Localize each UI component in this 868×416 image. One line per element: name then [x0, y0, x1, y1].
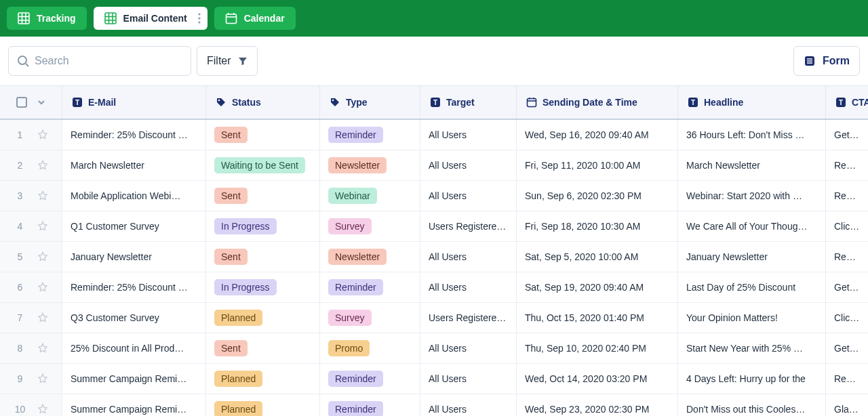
tab-tracking[interactable]: Tracking [7, 7, 87, 30]
cell-status[interactable]: In Progress [206, 211, 320, 241]
search-input[interactable] [35, 55, 182, 67]
cell-status[interactable]: Sent [206, 120, 320, 150]
table-row[interactable]: 4Q1 Customer SurveyIn ProgressSurveyUser… [0, 211, 868, 242]
cell-cta[interactable]: Click H [826, 211, 868, 241]
cell-date[interactable]: Sun, Sep 6, 2020 02:30 PM [517, 181, 678, 211]
cell-status[interactable]: Sent [206, 333, 320, 363]
cell-headline[interactable]: 4 Days Left: Hurry up for the [678, 364, 826, 394]
star-icon[interactable] [37, 129, 49, 141]
cell-date[interactable]: Fri, Sep 11, 2020 10:00 AM [517, 150, 678, 180]
search-field[interactable] [8, 46, 191, 76]
form-button[interactable]: Form [793, 46, 860, 76]
tab-menu-icon[interactable] [194, 12, 201, 24]
cell-date[interactable]: Fri, Sep 18, 2020 10:30 AM [517, 211, 678, 241]
table-row[interactable]: 7Q3 Customer SurveyPlannedSurveyUsers Re… [0, 303, 868, 333]
cell-email[interactable]: Reminder: 25% Discount … [62, 272, 206, 302]
star-icon[interactable] [37, 220, 49, 232]
star-icon[interactable] [37, 342, 49, 354]
tab-email-content[interactable]: Email Content [94, 7, 208, 30]
cell-cta[interactable]: Read M [826, 150, 868, 180]
cell-type[interactable]: Survey [320, 303, 420, 333]
cell-type[interactable]: Newsletter [320, 150, 420, 180]
cell-date[interactable]: Thu, Sep 10, 2020 02:40 PM [517, 333, 678, 363]
cell-date[interactable]: Wed, Sep 23, 2020 02:30 PM [517, 394, 678, 416]
cell-type[interactable]: Promo [320, 333, 420, 363]
cell-status[interactable]: Planned [206, 303, 320, 333]
star-icon[interactable] [37, 251, 49, 263]
cell-target[interactable]: All Users [420, 272, 517, 302]
header-type[interactable]: Type [320, 86, 420, 119]
cell-type[interactable]: Reminder [320, 272, 420, 302]
cell-cta[interactable]: Read M [826, 364, 868, 394]
cell-cta[interactable]: Click H [826, 303, 868, 333]
table-row[interactable]: 825% Discount in All Prod…SentPromoAll U… [0, 333, 868, 364]
header-target[interactable]: T Target [420, 86, 517, 119]
header-date[interactable]: Sending Date & Time [517, 86, 678, 119]
cell-headline[interactable]: Last Day of 25% Discount [678, 272, 826, 302]
cell-headline[interactable]: 36 Hours Left: Don't Miss … [678, 120, 826, 150]
table-row[interactable]: 5January NewsletterSentNewsletterAll Use… [0, 242, 868, 272]
cell-email[interactable]: Reminder: 25% Discount … [62, 120, 206, 150]
header-email[interactable]: T E-Mail [62, 86, 206, 119]
star-icon[interactable] [37, 373, 49, 385]
cell-date[interactable]: Wed, Sep 16, 2020 09:40 AM [517, 120, 678, 150]
cell-type[interactable]: Reminder [320, 120, 420, 150]
cell-email[interactable]: Q1 Customer Survey [62, 211, 206, 241]
cell-cta[interactable]: Get Yo [826, 120, 868, 150]
cell-target[interactable]: All Users [420, 394, 517, 416]
table-row[interactable]: 9Summer Campaign Remi…PlannedReminderAll… [0, 364, 868, 394]
cell-target[interactable]: Users Registere… [420, 303, 517, 333]
cell-cta[interactable]: Get 25 [826, 333, 868, 363]
cell-headline[interactable]: March Newsletter [678, 150, 826, 180]
cell-headline[interactable]: Don't Miss out this Cooles… [678, 394, 826, 416]
star-icon[interactable] [37, 190, 49, 202]
cell-email[interactable]: Q3 Customer Survey [62, 303, 206, 333]
cell-type[interactable]: Reminder [320, 394, 420, 416]
header-cta[interactable]: T CTA [826, 86, 868, 119]
tab-calendar[interactable]: Calendar [214, 7, 296, 30]
filter-button[interactable]: Filter [197, 46, 258, 76]
cell-type[interactable]: Newsletter [320, 242, 420, 272]
table-row[interactable]: 10Summer Campaign Remi…PlannedReminderAl… [0, 394, 868, 416]
star-icon[interactable] [37, 312, 49, 324]
table-row[interactable]: 2March NewsletterWaiting to be SentNewsl… [0, 150, 868, 181]
star-icon[interactable] [37, 403, 49, 415]
cell-email[interactable]: January Newsletter [62, 242, 206, 272]
cell-headline[interactable]: January Newsletter [678, 242, 826, 272]
cell-cta[interactable]: Get Yo [826, 272, 868, 302]
cell-status[interactable]: In Progress [206, 272, 320, 302]
cell-date[interactable]: Wed, Oct 14, 2020 03:20 PM [517, 364, 678, 394]
cell-target[interactable]: Users Registere… [420, 211, 517, 241]
chevron-down-icon[interactable] [37, 98, 46, 107]
star-icon[interactable] [37, 159, 49, 171]
select-all-checkbox[interactable] [16, 97, 27, 108]
cell-email[interactable]: Summer Campaign Remi… [62, 364, 206, 394]
cell-type[interactable]: Survey [320, 211, 420, 241]
cell-status[interactable]: Planned [206, 364, 320, 394]
cell-cta[interactable]: Read M [826, 242, 868, 272]
cell-email[interactable]: Mobile Application Webi… [62, 181, 206, 211]
cell-target[interactable]: All Users [420, 242, 517, 272]
cell-status[interactable]: Sent [206, 181, 320, 211]
cell-type[interactable]: Webinar [320, 181, 420, 211]
cell-type[interactable]: Reminder [320, 364, 420, 394]
cell-headline[interactable]: We Care All of Your Thoug… [678, 211, 826, 241]
cell-target[interactable]: All Users [420, 120, 517, 150]
cell-date[interactable]: Thu, Oct 15, 2020 01:40 PM [517, 303, 678, 333]
cell-headline[interactable]: Webinar: Start 2020 with … [678, 181, 826, 211]
cell-status[interactable]: Waiting to be Sent [206, 150, 320, 180]
cell-target[interactable]: All Users [420, 333, 517, 363]
cell-email[interactable]: 25% Discount in All Prod… [62, 333, 206, 363]
cell-status[interactable]: Planned [206, 394, 320, 416]
cell-date[interactable]: Sat, Sep 5, 2020 10:00 AM [517, 242, 678, 272]
table-row[interactable]: 3Mobile Application Webi…SentWebinarAll … [0, 181, 868, 211]
cell-target[interactable]: All Users [420, 364, 517, 394]
header-status[interactable]: Status [206, 86, 320, 119]
star-icon[interactable] [37, 281, 49, 293]
table-row[interactable]: 1Reminder: 25% Discount …SentReminderAll… [0, 120, 868, 150]
cell-target[interactable]: All Users [420, 150, 517, 180]
cell-email[interactable]: March Newsletter [62, 150, 206, 180]
cell-target[interactable]: All Users [420, 181, 517, 211]
cell-status[interactable]: Sent [206, 242, 320, 272]
cell-cta[interactable]: Glance [826, 394, 868, 416]
